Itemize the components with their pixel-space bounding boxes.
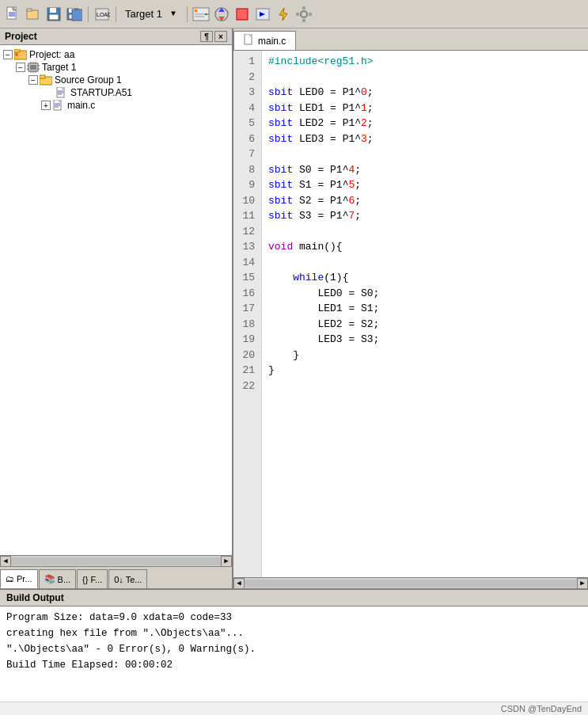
svg-rect-32: [309, 13, 312, 16]
pin-button[interactable]: ¶: [200, 31, 213, 42]
build-line-2: creating hex file from ".\Objects\aa"...: [6, 626, 582, 641]
svg-text:LOAD: LOAD: [97, 12, 110, 17]
svg-rect-19: [195, 16, 204, 17]
cpu-icon: [27, 62, 40, 73]
stop-icon[interactable]: [233, 5, 252, 24]
build-line-1: Program Size: data=9.0 xdata=0 code=33: [6, 610, 582, 626]
build-footer: CSDN @TenDayEnd: [0, 702, 588, 715]
scroll-track[interactable]: [11, 557, 221, 565]
line-numbers: 12345 678910 1112131415 1617181920 2122: [233, 51, 262, 577]
file-c-icon: [52, 100, 65, 111]
tree-item-sourcegroup[interactable]: − Source Group 1: [0, 74, 232, 86]
target-title: Target 1: [125, 8, 162, 20]
debug-icon[interactable]: [253, 5, 272, 24]
svg-rect-49: [40, 75, 45, 78]
left-panel: Project ¶ × − Project: aa: [0, 29, 233, 588]
code-tabs: main.c: [233, 29, 588, 51]
build-output-panel: Build Output Program Size: data=9.0 xdat…: [0, 588, 588, 715]
tab-mainc-label: main.c: [258, 36, 286, 47]
svg-rect-9: [49, 14, 59, 20]
sep1: [88, 6, 89, 22]
tab-funcs[interactable]: {} F...: [77, 569, 108, 588]
tab-file-icon: [244, 34, 255, 48]
build-output-text: Program Size: data=9.0 xdata=0 code=33 c…: [0, 607, 588, 702]
tab-books-label: B...: [58, 575, 71, 584]
target-dropdown-icon[interactable]: ▼: [164, 5, 183, 24]
left-panel-hscroll: ◀ ▶: [0, 555, 232, 566]
svg-rect-24: [237, 9, 248, 20]
scroll-left-btn[interactable]: ◀: [0, 556, 11, 567]
svg-marker-51: [62, 87, 64, 89]
main-area: Project ¶ × − Project: aa: [0, 29, 588, 588]
build-line-4: Build Time Elapsed: 00:00:02: [6, 657, 582, 673]
project-icon: [14, 49, 27, 60]
code-scroll-left-btn[interactable]: ◀: [233, 578, 245, 589]
svg-rect-37: [30, 65, 36, 70]
left-panel-tabs: 🗂 Pr... 📚 B... {} F... 0↓ Te...: [0, 566, 232, 588]
svg-marker-27: [279, 8, 287, 21]
tree-label-mainc: main.c: [67, 100, 95, 111]
toggle-mainc[interactable]: +: [41, 101, 51, 110]
tab-books[interactable]: 📚 B...: [39, 569, 77, 588]
svg-rect-8: [50, 8, 56, 13]
tab-project-label: Pr...: [17, 574, 32, 584]
sep2: [116, 6, 116, 22]
toggle-project[interactable]: −: [3, 50, 13, 59]
save-icon[interactable]: [44, 5, 63, 24]
svg-rect-31: [296, 13, 299, 16]
svg-rect-30: [302, 19, 305, 22]
build-line-3: ".\Objects\aa" - 0 Error(s), 0 Warning(s…: [6, 641, 582, 657]
tree-label-sourcegroup: Source Group 1: [55, 74, 122, 86]
panel-title: Project: [5, 31, 37, 42]
tab-project[interactable]: 🗂 Pr...: [0, 569, 38, 588]
code-area: main.c 12345 678910 1112131415 161718192…: [233, 29, 588, 588]
rebuild-icon[interactable]: [212, 5, 231, 24]
new-file-icon[interactable]: [3, 5, 22, 24]
folder-icon: [40, 74, 52, 86]
flash-icon[interactable]: [274, 5, 293, 24]
tab-project-icon: 🗂: [6, 574, 14, 584]
sep3: [187, 6, 188, 22]
svg-point-35: [15, 53, 18, 56]
toggle-target[interactable]: −: [16, 63, 25, 72]
scroll-right-btn[interactable]: ▶: [221, 556, 232, 567]
svg-marker-61: [249, 34, 252, 36]
tree-item-mainc[interactable]: + main.c: [0, 99, 232, 112]
code-hscroll: ◀ ▶: [233, 577, 588, 588]
project-tree: − Project: aa −: [0, 45, 232, 555]
code-scroll-track[interactable]: [245, 580, 577, 588]
file-a51-icon: [55, 87, 68, 98]
svg-rect-13: [72, 10, 82, 21]
toolbar: LOAD Target 1 ▼: [0, 0, 588, 29]
tab-templ[interactable]: 0↓ Te...: [108, 569, 147, 588]
svg-rect-34: [14, 49, 20, 52]
svg-rect-17: [195, 10, 197, 12]
svg-rect-29: [302, 6, 305, 10]
tree-item-project[interactable]: − Project: aa: [0, 48, 232, 61]
tab-books-icon: 📚: [44, 574, 55, 584]
tree-item-target[interactable]: −: [0, 61, 232, 74]
svg-point-28: [301, 11, 307, 17]
code-scroll-right-btn[interactable]: ▶: [577, 578, 588, 589]
code-text[interactable]: #include<reg51.h> sbit LED0 = P1^0; sbit…: [262, 51, 588, 577]
tree-label-project: Project: aa: [29, 49, 74, 60]
load-icon[interactable]: LOAD: [93, 5, 112, 24]
save-all-icon[interactable]: [65, 5, 84, 24]
svg-rect-6: [27, 9, 32, 11]
tree-label-startup: STARTUP.A51: [70, 87, 132, 98]
close-button[interactable]: ×: [214, 31, 227, 42]
tree-item-startup[interactable]: STARTUP.A51: [0, 86, 232, 99]
open-file-icon[interactable]: [24, 5, 43, 24]
code-content[interactable]: 12345 678910 1112131415 1617181920 2122 …: [233, 51, 588, 577]
svg-marker-56: [59, 100, 61, 102]
tab-mainc[interactable]: main.c: [233, 31, 296, 50]
tree-label-target: Target 1: [42, 62, 76, 73]
toggle-sourcegroup[interactable]: −: [28, 75, 38, 85]
panel-header-buttons: ¶ ×: [200, 31, 227, 42]
svg-rect-5: [27, 10, 38, 19]
tab-funcs-label: {} F...: [82, 575, 102, 584]
build-icon[interactable]: [192, 5, 211, 24]
tab-templ-label: 0↓ Te...: [114, 575, 142, 584]
build-output-header: Build Output: [0, 590, 588, 607]
settings-icon[interactable]: [294, 5, 313, 24]
